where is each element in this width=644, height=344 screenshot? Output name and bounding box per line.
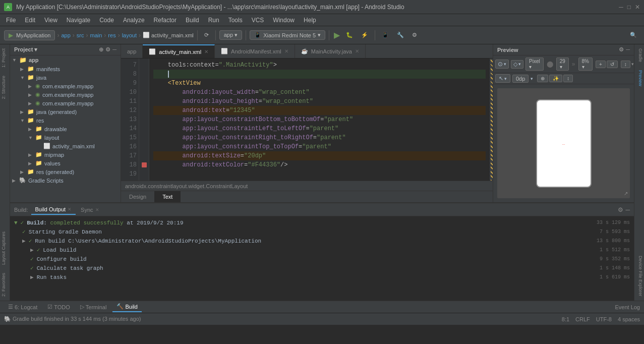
indent-setting[interactable]: 4 spaces (618, 316, 640, 322)
tab-mainactivity-close[interactable]: ✕ (355, 48, 359, 54)
encoding[interactable]: UTF-8 (596, 316, 612, 322)
project-tab[interactable]: 1: Project (0, 44, 10, 72)
tab-design[interactable]: Design (121, 191, 154, 202)
tree-item-java[interactable]: ▼ 📁 java (10, 73, 121, 82)
maximize-btn[interactable]: □ (627, 4, 631, 11)
tree-item-activity-main[interactable]: ⬜ activity_main.xml (10, 142, 121, 150)
project-close-icon[interactable]: ─ (112, 46, 116, 53)
preview-magic-btn[interactable]: ✨ (549, 75, 562, 82)
device-file-explorer-tab[interactable]: Device File Explorer (634, 252, 644, 301)
minimize-btn[interactable]: ─ (619, 4, 623, 11)
build-tab[interactable]: 🔨 Build (112, 302, 141, 312)
breadcrumb-res[interactable]: res (108, 32, 115, 38)
app-module-selector[interactable]: app ▾ (219, 30, 242, 40)
sync-btn[interactable]: ⟳ (201, 30, 212, 40)
tab-text[interactable]: Text (154, 191, 181, 202)
preview-pixel-btn[interactable]: Pixel ▾ (525, 58, 544, 71)
sdk-btn[interactable]: 🔧 (394, 30, 407, 40)
menu-run[interactable]: Run (204, 16, 223, 25)
menu-navigate[interactable]: Navigate (63, 16, 94, 25)
preview-dp-input[interactable]: 0dp (512, 75, 529, 83)
preview-settings-icon[interactable]: ⚙ (619, 46, 624, 53)
menu-file[interactable]: File (2, 16, 20, 25)
preview-cursor-btn[interactable]: ↖ ▾ (495, 74, 510, 83)
tree-item-app[interactable]: ▼ 📁 app (10, 55, 121, 65)
device-selector[interactable]: 📱 Xiaomi Redmi Note 5 ▾ (250, 30, 325, 40)
tab-activity-main-close[interactable]: ✕ (204, 49, 208, 54)
menu-build[interactable]: Build (182, 16, 203, 25)
resize-handle[interactable]: ↗ (624, 191, 628, 196)
layout-captures-tab[interactable]: Layout Captures (0, 227, 10, 269)
tree-item-res[interactable]: ▼ 📁 res (10, 116, 121, 125)
menu-window[interactable]: Window (269, 16, 299, 25)
preview-align-text-btn[interactable]: ↕ (563, 75, 573, 82)
tab-mainactivity[interactable]: ☕ MainActivity.java ✕ (295, 44, 366, 58)
menu-refactor[interactable]: Refactor (150, 16, 181, 25)
menu-tools[interactable]: Tools (224, 16, 247, 25)
menu-help[interactable]: Help (300, 16, 320, 25)
breadcrumb-main[interactable]: main (90, 32, 102, 38)
build-output-close[interactable]: ✕ (68, 207, 72, 212)
search-everywhere-btn[interactable]: 🔍 (627, 30, 640, 40)
tree-item-drawable[interactable]: ▶ 📁 drawable (10, 125, 121, 133)
tab-manifest-close[interactable]: ✕ (284, 48, 288, 54)
event-log-btn[interactable]: Event Log (615, 304, 640, 310)
preview-side-tab[interactable]: Preview (634, 66, 644, 90)
terminal-tab[interactable]: ▷ Terminal (76, 302, 111, 312)
tree-item-values[interactable]: ▶ 📁 values (10, 159, 121, 167)
menu-vcs[interactable]: VCS (248, 16, 268, 25)
preview-view-toggle[interactable]: ⊙ ▾ (495, 60, 509, 69)
sync-tab-close[interactable]: ✕ (95, 207, 99, 212)
breadcrumb-src[interactable]: src (77, 32, 84, 38)
preview-zoom-btn[interactable]: 8% ▾ (578, 58, 593, 71)
debug-btn[interactable]: 🐛 (343, 30, 356, 40)
tree-item-mipmap[interactable]: ▶ 📁 mipmap (10, 150, 121, 159)
build-output-tab[interactable]: Build Output ✕ (31, 205, 76, 215)
tree-item-pkg2[interactable]: ▶ ◉ com.example.myapp (10, 90, 121, 99)
tab-manifest[interactable]: ⬜ AndroidManifest.xml ✕ (215, 44, 295, 58)
sync-tab[interactable]: Sync ✕ (77, 205, 103, 214)
logcat-tab[interactable]: ☰ 6: Logcat (4, 302, 41, 312)
preview-align-btn[interactable]: ↕ (621, 61, 630, 68)
preview-close-icon[interactable]: ─ (626, 46, 630, 53)
preview-zoom-out[interactable]: ↺ (607, 61, 618, 68)
profile-btn[interactable]: ⚡ (358, 30, 371, 40)
menu-code[interactable]: Code (95, 16, 118, 25)
menu-analyze[interactable]: Analyze (119, 16, 149, 25)
preview-zoom-in[interactable]: + (596, 61, 606, 68)
tab-activity-main[interactable]: ⬜ activity_main.xml ✕ (143, 44, 215, 58)
tree-item-manifests[interactable]: ▶ 📁 manifests (10, 65, 121, 73)
tree-item-gradle-scripts[interactable]: ▶ 🐘 Gradle Scripts (10, 176, 121, 185)
menu-edit[interactable]: Edit (21, 16, 39, 25)
run-button[interactable]: ▶ (333, 29, 341, 41)
preview-api-btn[interactable]: 29 ▾ (556, 58, 569, 71)
breadcrumb-layout[interactable]: layout (122, 32, 137, 38)
todo-tab[interactable]: ☑ TODO (43, 302, 74, 312)
menu-view[interactable]: View (40, 16, 62, 25)
tree-item-res-gen[interactable]: ▶ 📁 res (generated) (10, 167, 121, 176)
bottom-minimize-icon[interactable]: ─ (625, 206, 630, 213)
project-selector[interactable]: ▶ MyApplication (4, 30, 55, 40)
cursor-position[interactable]: 8:1 (562, 316, 569, 322)
favorites-tab[interactable]: 2: Favorites (0, 269, 10, 301)
line-ending[interactable]: CRLF (575, 316, 590, 322)
tab-app[interactable]: app (121, 44, 143, 58)
avd-btn[interactable]: 📱 (379, 30, 392, 40)
breadcrumb-app[interactable]: app (61, 32, 70, 38)
structure-tab[interactable]: 2: Structure (0, 72, 10, 103)
code-content[interactable]: tools:context=".MainActivity"> <TextView… (149, 59, 490, 181)
tree-item-pkg1[interactable]: ▶ ◉ com.example.myapp (10, 82, 121, 90)
code-editor[interactable]: 7 8 9 10 11 12 13 14 15 16 17 18 19 (121, 59, 493, 181)
tree-item-layout[interactable]: ▼ 📁 layout (10, 133, 121, 142)
tree-item-pkg3[interactable]: ▶ ◉ com.example.myapp (10, 99, 121, 107)
settings-btn[interactable]: ⚙ (409, 30, 420, 40)
close-btn[interactable]: ✕ (635, 4, 640, 11)
project-settings-icon[interactable]: ⚙ (105, 46, 110, 53)
gradle-tab[interactable]: Gradle (634, 44, 644, 66)
tree-item-java-gen[interactable]: ▶ 📁 java (generated) (10, 107, 121, 116)
editor-scrollbar[interactable] (490, 59, 493, 181)
preview-shape-toggle[interactable]: ◇ ▾ (511, 60, 523, 69)
bottom-settings-icon[interactable]: ⚙ (618, 206, 623, 213)
project-sync-icon[interactable]: ⊕ (99, 46, 103, 53)
preview-constraints-btn[interactable]: ⊕ (537, 75, 548, 82)
